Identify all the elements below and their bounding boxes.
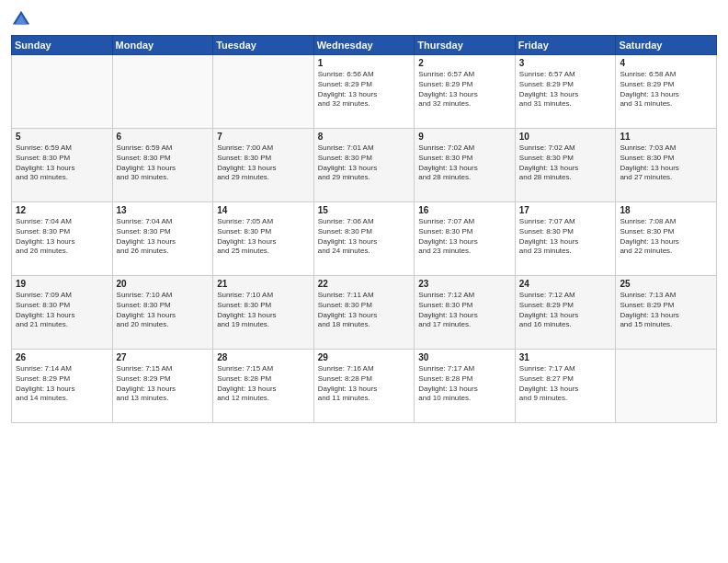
day-info: Sunrise: 7:05 AM Sunset: 8:30 PM Dayligh… (217, 217, 310, 257)
calendar-cell: 13Sunrise: 7:04 AM Sunset: 8:30 PM Dayli… (112, 202, 213, 276)
day-info: Sunrise: 7:13 AM Sunset: 8:29 PM Dayligh… (620, 291, 712, 330)
day-info: Sunrise: 7:07 AM Sunset: 8:30 PM Dayligh… (519, 217, 612, 257)
day-info: Sunrise: 7:08 AM Sunset: 8:30 PM Dayligh… (620, 217, 712, 257)
day-number: 30 (418, 352, 511, 362)
calendar-cell (616, 350, 717, 423)
calendar-cell: 12Sunrise: 7:04 AM Sunset: 8:30 PM Dayli… (12, 202, 113, 276)
day-info: Sunrise: 7:16 AM Sunset: 8:28 PM Dayligh… (318, 364, 411, 404)
day-number: 29 (318, 352, 411, 362)
day-info: Sunrise: 6:57 AM Sunset: 8:29 PM Dayligh… (418, 70, 511, 109)
calendar-cell: 15Sunrise: 7:06 AM Sunset: 8:30 PM Dayli… (313, 202, 415, 276)
day-number: 19 (16, 279, 108, 289)
calendar-cell (213, 55, 314, 129)
day-info: Sunrise: 7:15 AM Sunset: 8:29 PM Dayligh… (117, 364, 210, 404)
calendar-cell: 19Sunrise: 7:09 AM Sunset: 8:30 PM Dayli… (12, 276, 113, 350)
day-info: Sunrise: 7:06 AM Sunset: 8:30 PM Dayligh… (318, 217, 411, 257)
calendar-cell (12, 55, 113, 129)
day-info: Sunrise: 7:10 AM Sunset: 8:30 PM Dayligh… (217, 291, 310, 330)
calendar-week-row: 26Sunrise: 7:14 AM Sunset: 8:29 PM Dayli… (12, 350, 717, 423)
calendar-cell: 25Sunrise: 7:13 AM Sunset: 8:29 PM Dayli… (616, 276, 717, 350)
day-number: 8 (318, 132, 411, 142)
calendar-cell: 9Sunrise: 7:02 AM Sunset: 8:30 PM Daylig… (415, 129, 516, 202)
day-number: 14 (217, 205, 310, 215)
calendar-cell: 8Sunrise: 7:01 AM Sunset: 8:30 PM Daylig… (313, 129, 415, 202)
logo (11, 9, 33, 29)
day-number: 15 (318, 205, 411, 215)
calendar-cell: 2Sunrise: 6:57 AM Sunset: 8:29 PM Daylig… (415, 55, 516, 129)
weekday-header: Monday (112, 36, 213, 55)
day-number: 21 (217, 279, 310, 289)
page-header (11, 9, 717, 29)
day-info: Sunrise: 6:56 AM Sunset: 8:29 PM Dayligh… (318, 70, 411, 109)
calendar-cell: 1Sunrise: 6:56 AM Sunset: 8:29 PM Daylig… (313, 55, 415, 129)
day-number: 6 (117, 132, 210, 142)
day-info: Sunrise: 7:17 AM Sunset: 8:27 PM Dayligh… (519, 364, 612, 404)
day-number: 9 (418, 132, 511, 142)
day-number: 27 (117, 352, 210, 362)
day-number: 18 (620, 205, 712, 215)
day-number: 24 (519, 279, 612, 289)
day-info: Sunrise: 6:59 AM Sunset: 8:30 PM Dayligh… (117, 144, 210, 183)
day-number: 13 (117, 205, 210, 215)
calendar-cell: 30Sunrise: 7:17 AM Sunset: 8:28 PM Dayli… (415, 350, 516, 423)
calendar-cell: 28Sunrise: 7:15 AM Sunset: 8:28 PM Dayli… (213, 350, 314, 423)
weekday-header: Thursday (415, 36, 516, 55)
day-number: 25 (620, 279, 712, 289)
day-info: Sunrise: 7:09 AM Sunset: 8:30 PM Dayligh… (16, 291, 108, 330)
day-info: Sunrise: 7:12 AM Sunset: 8:30 PM Dayligh… (418, 291, 511, 330)
calendar-cell: 23Sunrise: 7:12 AM Sunset: 8:30 PM Dayli… (415, 276, 516, 350)
calendar-cell: 20Sunrise: 7:10 AM Sunset: 8:30 PM Dayli… (112, 276, 213, 350)
day-info: Sunrise: 7:12 AM Sunset: 8:29 PM Dayligh… (519, 291, 612, 330)
day-info: Sunrise: 6:57 AM Sunset: 8:29 PM Dayligh… (519, 70, 612, 109)
day-number: 22 (318, 279, 411, 289)
calendar-page: SundayMondayTuesdayWednesdayThursdayFrid… (0, 0, 728, 563)
day-number: 3 (519, 58, 612, 68)
calendar-week-row: 19Sunrise: 7:09 AM Sunset: 8:30 PM Dayli… (12, 276, 717, 350)
day-number: 31 (519, 352, 612, 362)
day-number: 7 (217, 132, 310, 142)
day-info: Sunrise: 7:07 AM Sunset: 8:30 PM Dayligh… (418, 217, 511, 257)
day-number: 1 (318, 58, 411, 68)
day-info: Sunrise: 6:58 AM Sunset: 8:29 PM Dayligh… (620, 70, 712, 109)
calendar-cell: 21Sunrise: 7:10 AM Sunset: 8:30 PM Dayli… (213, 276, 314, 350)
day-info: Sunrise: 7:03 AM Sunset: 8:30 PM Dayligh… (620, 144, 712, 183)
calendar-cell: 18Sunrise: 7:08 AM Sunset: 8:30 PM Dayli… (616, 202, 717, 276)
day-info: Sunrise: 7:11 AM Sunset: 8:30 PM Dayligh… (318, 291, 411, 330)
day-info: Sunrise: 7:00 AM Sunset: 8:30 PM Dayligh… (217, 144, 310, 183)
calendar-week-row: 12Sunrise: 7:04 AM Sunset: 8:30 PM Dayli… (12, 202, 717, 276)
calendar-table: SundayMondayTuesdayWednesdayThursdayFrid… (11, 35, 717, 423)
calendar-cell: 26Sunrise: 7:14 AM Sunset: 8:29 PM Dayli… (12, 350, 113, 423)
calendar-cell: 7Sunrise: 7:00 AM Sunset: 8:30 PM Daylig… (213, 129, 314, 202)
calendar-cell: 31Sunrise: 7:17 AM Sunset: 8:27 PM Dayli… (515, 350, 616, 423)
day-number: 5 (16, 132, 108, 142)
day-number: 2 (418, 58, 511, 68)
day-info: Sunrise: 7:04 AM Sunset: 8:30 PM Dayligh… (16, 217, 108, 257)
day-number: 20 (117, 279, 210, 289)
day-info: Sunrise: 6:59 AM Sunset: 8:30 PM Dayligh… (16, 144, 108, 183)
day-info: Sunrise: 7:01 AM Sunset: 8:30 PM Dayligh… (318, 144, 411, 183)
calendar-cell: 11Sunrise: 7:03 AM Sunset: 8:30 PM Dayli… (616, 129, 717, 202)
weekday-header: Tuesday (213, 36, 314, 55)
calendar-cell (112, 55, 213, 129)
day-info: Sunrise: 7:02 AM Sunset: 8:30 PM Dayligh… (418, 144, 511, 183)
day-info: Sunrise: 7:02 AM Sunset: 8:30 PM Dayligh… (519, 144, 612, 183)
day-number: 26 (16, 352, 108, 362)
day-number: 17 (519, 205, 612, 215)
calendar-body: 1Sunrise: 6:56 AM Sunset: 8:29 PM Daylig… (12, 55, 717, 423)
logo-icon (11, 9, 31, 29)
weekday-row: SundayMondayTuesdayWednesdayThursdayFrid… (12, 36, 717, 55)
calendar-cell: 14Sunrise: 7:05 AM Sunset: 8:30 PM Dayli… (213, 202, 314, 276)
day-info: Sunrise: 7:10 AM Sunset: 8:30 PM Dayligh… (117, 291, 210, 330)
day-number: 11 (620, 132, 712, 142)
day-number: 23 (418, 279, 511, 289)
calendar-cell: 22Sunrise: 7:11 AM Sunset: 8:30 PM Dayli… (313, 276, 415, 350)
day-number: 28 (217, 352, 310, 362)
day-number: 16 (418, 205, 511, 215)
weekday-header: Friday (515, 36, 616, 55)
calendar-cell: 24Sunrise: 7:12 AM Sunset: 8:29 PM Dayli… (515, 276, 616, 350)
day-number: 12 (16, 205, 108, 215)
calendar-cell: 5Sunrise: 6:59 AM Sunset: 8:30 PM Daylig… (12, 129, 113, 202)
day-info: Sunrise: 7:17 AM Sunset: 8:28 PM Dayligh… (418, 364, 511, 404)
calendar-cell: 17Sunrise: 7:07 AM Sunset: 8:30 PM Dayli… (515, 202, 616, 276)
calendar-header: SundayMondayTuesdayWednesdayThursdayFrid… (12, 36, 717, 55)
